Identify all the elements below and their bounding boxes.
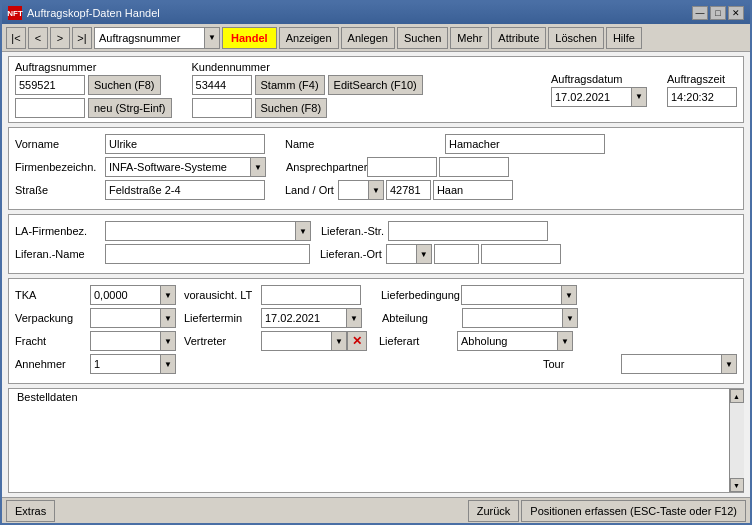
- tour-input[interactable]: [621, 354, 721, 374]
- toolbar: |< < > >| Auftragsnummer ▼ Handel Anzeig…: [2, 24, 750, 52]
- nav-next-button[interactable]: >: [50, 27, 70, 49]
- auftragsnummer-input2[interactable]: [15, 98, 85, 118]
- stamm-f4-button[interactable]: Stamm (F4): [255, 75, 325, 95]
- anlegen-button[interactable]: Anlegen: [341, 27, 395, 49]
- tka-input[interactable]: [90, 285, 160, 305]
- abteilung-input[interactable]: [462, 308, 562, 328]
- lieferan-name-row: Liferan.-Name Lieferan.-Ort ▼: [15, 244, 737, 264]
- scroll-up-button[interactable]: ▲: [730, 389, 744, 403]
- attribute-button[interactable]: Attribute: [491, 27, 546, 49]
- land-arrow-icon[interactable]: ▼: [368, 180, 384, 200]
- bestelldaten-label: Bestelldaten: [13, 389, 82, 405]
- verpackung-input[interactable]: [90, 308, 160, 328]
- lieferan-ort-input2[interactable]: [434, 244, 479, 264]
- combo-text[interactable]: Auftragsnummer: [94, 27, 204, 49]
- close-button[interactable]: ✕: [728, 6, 744, 20]
- extras-button[interactable]: Extras: [6, 500, 55, 522]
- vertreter-arrow-icon[interactable]: ▼: [331, 331, 347, 351]
- auftragsnummer-label: Auftragsnummer: [15, 61, 172, 73]
- kundennummer-input[interactable]: [192, 75, 252, 95]
- auftrag-section: Auftragsnummer Suchen (F8) neu (Strg-Ein…: [8, 56, 744, 123]
- annehmer-arrow-icon[interactable]: ▼: [160, 354, 176, 374]
- firmenbezeichnung-arrow-icon[interactable]: ▼: [250, 157, 266, 177]
- plz-input[interactable]: [386, 180, 431, 200]
- auftragsnummer-input[interactable]: [15, 75, 85, 95]
- scroll-down-button[interactable]: ▼: [730, 478, 744, 492]
- liefertermin-input[interactable]: [261, 308, 346, 328]
- land-input[interactable]: [338, 180, 368, 200]
- auftragsdatum-arrow-icon[interactable]: ▼: [631, 87, 647, 107]
- vorname-input[interactable]: [105, 134, 265, 154]
- zurueck-button[interactable]: Zurück: [468, 500, 520, 522]
- suchen-button[interactable]: Suchen: [397, 27, 448, 49]
- editsearch-button[interactable]: EditSearch (F10): [328, 75, 423, 95]
- vorname-label: Vorname: [15, 138, 105, 150]
- ansprechpartner-input2[interactable]: [439, 157, 509, 177]
- name-input[interactable]: [445, 134, 605, 154]
- ort-input[interactable]: [433, 180, 513, 200]
- lieferan-str-input[interactable]: [388, 221, 548, 241]
- name-section: Vorname Name Firmenbezeichn. ▼ Ansprechp…: [8, 127, 744, 210]
- land-ort-label: Land / Ort: [285, 184, 334, 196]
- neu-button[interactable]: neu (Strg-Einf): [88, 98, 172, 118]
- lieferbedingung-arrow-icon[interactable]: ▼: [561, 285, 577, 305]
- auftragszeit-input[interactable]: [667, 87, 737, 107]
- positionen-button[interactable]: Positionen erfassen (ESC-Taste oder F12): [521, 500, 746, 522]
- firmenbezeichnung-row: Firmenbezeichn. ▼ Ansprechpartner: [15, 157, 737, 177]
- strasse-input[interactable]: [105, 180, 265, 200]
- suchen-f8-2-button[interactable]: Suchen (F8): [255, 98, 328, 118]
- nav-prev-button[interactable]: <: [28, 27, 48, 49]
- auftragsnummer-combo[interactable]: Auftragsnummer ▼: [94, 27, 220, 49]
- app-icon: NFT: [8, 6, 22, 20]
- titlebar: NFT Auftragskopf-Daten Handel — □ ✕: [2, 2, 750, 24]
- tour-arrow-icon[interactable]: ▼: [721, 354, 737, 374]
- liefertermin-arrow-icon[interactable]: ▼: [346, 308, 362, 328]
- bestelldaten-scrollbar[interactable]: ▲ ▼: [729, 389, 743, 492]
- hilfe-button[interactable]: Hilfe: [606, 27, 642, 49]
- auftragsdatum-label: Auftragsdatum: [551, 73, 647, 85]
- nav-first-button[interactable]: |<: [6, 27, 26, 49]
- lieferart-arrow-icon[interactable]: ▼: [557, 331, 573, 351]
- lieferan-ort-arrow-icon[interactable]: ▼: [416, 244, 432, 264]
- lieferan-section: LA-Firmenbez. ▼ Lieferan.-Str. Liferan.-…: [8, 214, 744, 274]
- lieferan-name-input[interactable]: [105, 244, 310, 264]
- la-firmenbez-input[interactable]: [105, 221, 295, 241]
- lieferart-input[interactable]: [457, 331, 557, 351]
- fracht-arrow-icon[interactable]: ▼: [160, 331, 176, 351]
- vertreter-clear-button[interactable]: ✕: [347, 331, 367, 351]
- firmenbezeichnung-label: Firmenbezeichn.: [15, 161, 105, 173]
- verpackung-arrow-icon[interactable]: ▼: [160, 308, 176, 328]
- name-label: Name: [285, 138, 314, 150]
- suchen-f8-button[interactable]: Suchen (F8): [88, 75, 161, 95]
- fracht-input[interactable]: [90, 331, 160, 351]
- mehr-button[interactable]: Mehr: [450, 27, 489, 49]
- verpackung-row: Verpackung ▼ Liefertermin ▼ Abteilung ▼: [15, 308, 737, 328]
- tka-arrow-icon[interactable]: ▼: [160, 285, 176, 305]
- kundennummer-input2[interactable]: [192, 98, 252, 118]
- maximize-button[interactable]: □: [710, 6, 726, 20]
- statusbar: Extras Zurück Positionen erfassen (ESC-T…: [2, 497, 750, 523]
- annehmer-input[interactable]: [90, 354, 160, 374]
- abteilung-arrow-icon[interactable]: ▼: [562, 308, 578, 328]
- ansprechpartner-input1[interactable]: [367, 157, 437, 177]
- loeschen-button[interactable]: Löschen: [548, 27, 604, 49]
- window-title: Auftragskopf-Daten Handel: [27, 7, 160, 19]
- lieferan-ort-input1[interactable]: [386, 244, 416, 264]
- kundennummer-label: Kundennummer: [192, 61, 423, 73]
- auftragsdatum-input[interactable]: [551, 87, 631, 107]
- vorausicht-lt-input[interactable]: [261, 285, 361, 305]
- combo-arrow-icon[interactable]: ▼: [204, 27, 220, 49]
- la-firmenbez-arrow-icon[interactable]: ▼: [295, 221, 311, 241]
- vertreter-input[interactable]: [261, 331, 331, 351]
- tour-label: Tour: [531, 358, 621, 370]
- verpackung-label: Verpackung: [15, 312, 90, 324]
- lieferan-ort-input3[interactable]: [481, 244, 561, 264]
- anzeigen-button[interactable]: Anzeigen: [279, 27, 339, 49]
- minimize-button[interactable]: —: [692, 6, 708, 20]
- nav-last-button[interactable]: >|: [72, 27, 92, 49]
- firmenbezeichnung-input[interactable]: [105, 157, 250, 177]
- lieferbedingung-input[interactable]: [461, 285, 561, 305]
- tka-section: TKA ▼ vorausicht. LT Lieferbedingung ▼ V…: [8, 278, 744, 384]
- lieferan-str-label: Lieferan.-Str.: [321, 225, 384, 237]
- handel-label: Handel: [222, 27, 277, 49]
